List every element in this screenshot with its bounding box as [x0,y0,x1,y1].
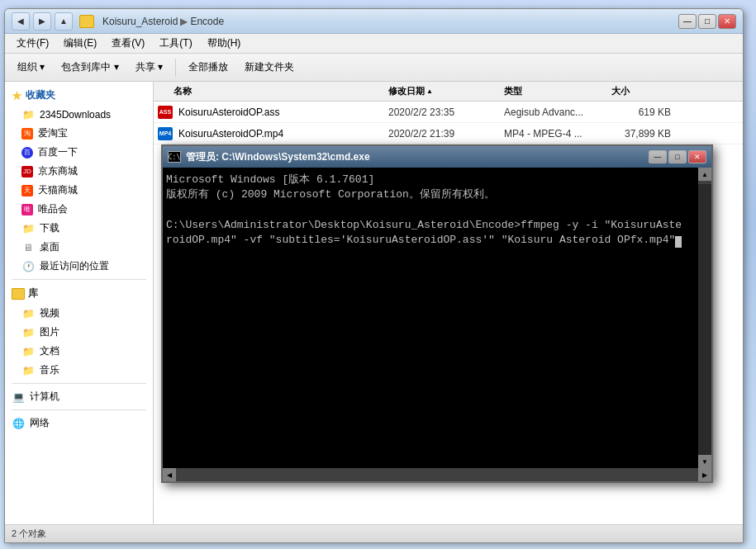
music-icon: 📁 [21,364,35,377]
breadcrumb-part1[interactable]: Koisuru_Asteroid [102,16,178,27]
col-date-header[interactable]: 修改日期 ▲ [388,85,504,97]
status-bar: 2 个对象 [5,524,743,542]
sidebar-item-picture[interactable]: 📁 图片 [5,323,153,342]
sidebar-item-document[interactable]: 📁 文档 [5,342,153,361]
organize-label: 组织 ▾ [17,60,45,74]
sort-arrow-icon: ▲ [426,88,433,95]
minimize-button[interactable]: — [678,14,697,29]
close-button[interactable]: ✕ [718,14,736,29]
sidebar-item-computer[interactable]: 💻 计算机 [5,387,153,406]
baidu-label: 百度一下 [38,145,78,159]
cmd-content[interactable]: Microsoft Windows [版本 6.1.7601] 版权所有 (c)… [163,168,698,468]
share-button[interactable]: 共享 ▾ [128,56,170,78]
file-item-mp4[interactable]: MP4 KoisuruAsteroidOP.mp4 2020/2/2 21:39… [154,123,743,144]
file-name-ass: ASS KoisuruAsteroidOP.ass [157,106,388,119]
library-icon [12,288,25,300]
favorites-header[interactable]: ★ 收藏夹 [5,85,153,106]
ass-filename: KoisuruAsteroidOP.ass [178,106,280,118]
mp4-date: 2020/2/2 21:39 [388,128,504,140]
mp4-icon: MP4 [158,127,173,140]
vip-icon: 唯 [21,204,33,215]
menu-file[interactable]: 文件(F) [10,35,55,52]
cmd-scrollbar[interactable]: ▲ ▼ [698,168,711,468]
ass-size: 619 KB [611,106,678,118]
forward-button[interactable]: ▶ [33,12,51,31]
taobao-label: 爱淘宝 [38,126,68,140]
jd-label: 京东商城 [38,164,78,178]
cmd-hscroll-left[interactable]: ◀ [163,468,176,481]
desktop-icon: 🖥 [21,241,35,254]
share-label: 共享 ▾ [136,60,163,74]
menu-bar: 文件(F) 编辑(E) 查看(V) 工具(T) 帮助(H) [5,34,743,54]
sidebar-item-recent[interactable]: 🕐 最近访问的位置 [5,257,153,276]
cmd-scroll-up[interactable]: ▲ [698,168,711,181]
document-icon: 📁 [21,345,35,358]
sidebar-item-downloads[interactable]: 📁 2345Downloads [5,106,153,124]
cmd-hscroll-right[interactable]: ▶ [698,468,711,481]
breadcrumb-part2[interactable]: Encode [190,16,224,27]
baidu-icon: 百 [21,147,33,159]
cmd-content-wrapper: Microsoft Windows [版本 6.1.7601] 版权所有 (c)… [163,168,711,468]
sidebar-item-music[interactable]: 📁 音乐 [5,361,153,380]
file-item-ass[interactable]: ASS KoisuruAsteroidOP.ass 2020/2/2 23:35… [154,102,743,123]
ass-file-icon: ASS [157,106,174,119]
cmd-title-bar: C:\ 管理员: C:\Windows\System32\cmd.exe — □… [163,146,711,168]
sidebar-item-taobao[interactable]: 淘 爱淘宝 [5,124,153,143]
cmd-close-button[interactable]: ✕ [688,150,706,163]
include-library-label: 包含到库中 ▾ [61,60,118,74]
breadcrumb: Koisuru_Asteroid ▶ Encode [102,16,224,27]
col-name-header[interactable]: 名称 [157,85,388,97]
sidebar-item-network[interactable]: 🌐 网络 [5,414,153,433]
picture-label: 图片 [40,325,59,339]
network-label: 网络 [30,416,50,430]
sidebar-item-desktop[interactable]: 🖥 桌面 [5,238,153,257]
organize-button[interactable]: 组织 ▾ [10,56,52,78]
up-button[interactable]: ▲ [55,12,73,31]
title-bar-left: ◀ ▶ ▲ Koisuru_Asteroid ▶ Encode [12,12,678,31]
recent-label: 最近访问的位置 [40,259,109,273]
ass-icon: ASS [158,106,173,119]
cmd-minimize-button[interactable]: — [649,150,667,163]
download-label: 下载 [40,221,59,235]
play-all-button[interactable]: 全部播放 [181,56,235,78]
sidebar-item-download[interactable]: 📁 下载 [5,219,153,238]
sidebar-divider2 [12,383,146,384]
toolbar: 组织 ▾ 包含到库中 ▾ 共享 ▾ 全部播放 新建文件夹 [5,54,743,82]
desktop-label: 桌面 [40,240,59,254]
sidebar-item-jd[interactable]: JD 京东商城 [5,162,153,181]
mp4-filename: KoisuruAsteroidOP.mp4 [178,128,283,140]
cmd-scroll-down[interactable]: ▼ [698,455,711,468]
sidebar-item-baidu[interactable]: 百 百度一下 [5,143,153,162]
tmall-label: 天猫商城 [38,183,78,197]
status-text: 2 个对象 [12,528,46,540]
ass-type: Aegisub Advanc... [504,106,611,118]
back-button[interactable]: ◀ [12,12,30,31]
library-section: 库 📁 视频 📁 图片 📁 文档 📁 音乐 [5,283,153,380]
col-size-header[interactable]: 大小 [611,85,678,97]
downloads-label: 2345Downloads [40,109,111,121]
sidebar-item-vip[interactable]: 唯 唯品会 [5,200,153,219]
maximize-button[interactable]: □ [698,14,716,29]
new-folder-label: 新建文件夹 [245,60,294,74]
menu-edit[interactable]: 编辑(E) [57,35,103,52]
computer-label: 计算机 [30,390,59,404]
library-header[interactable]: 库 [5,283,153,304]
folder-icon [79,15,94,28]
menu-help[interactable]: 帮助(H) [201,35,248,52]
cmd-maximize-button[interactable]: □ [668,150,687,163]
taobao-icon: 淘 [21,128,33,140]
file-list-header: 名称 修改日期 ▲ 类型 大小 [154,82,743,102]
vip-label: 唯品会 [38,202,68,216]
download-folder-icon: 📁 [21,222,35,235]
col-type-header[interactable]: 类型 [504,85,611,97]
sidebar-item-video[interactable]: 📁 视频 [5,304,153,323]
cmd-bottom-scrollbar: ◀ ▶ [163,468,711,481]
menu-tools[interactable]: 工具(T) [153,35,198,52]
sidebar-item-tmall[interactable]: 天 天猫商城 [5,181,153,200]
sidebar-divider [12,279,146,280]
menu-view[interactable]: 查看(V) [105,35,151,52]
include-library-button[interactable]: 包含到库中 ▾ [54,56,126,78]
picture-icon: 📁 [21,326,35,339]
new-folder-button[interactable]: 新建文件夹 [237,56,302,78]
mp4-size: 37,899 KB [611,128,678,140]
